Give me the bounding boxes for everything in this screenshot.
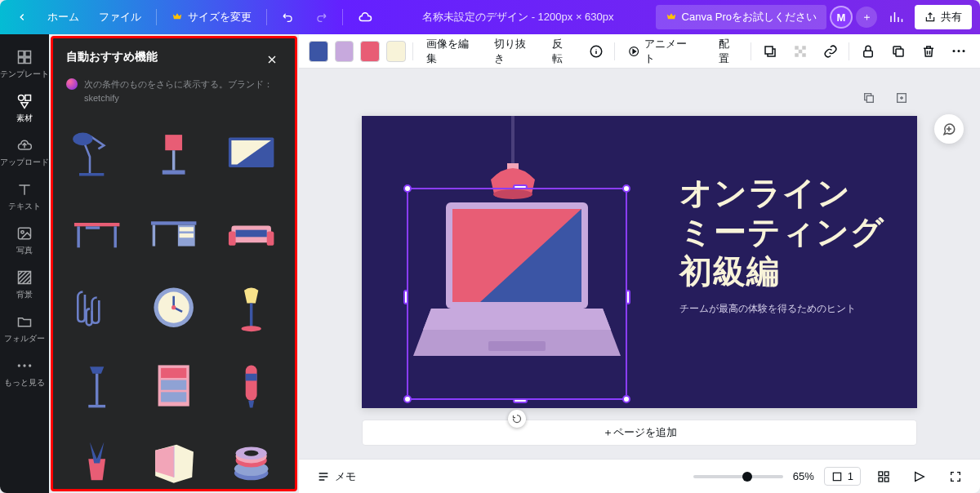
info-button[interactable]	[584, 38, 608, 64]
svg-rect-70	[833, 473, 840, 480]
svg-point-59	[952, 50, 955, 52]
svg-rect-51	[765, 47, 773, 54]
element-plant[interactable]	[61, 427, 132, 493]
zoom-slider[interactable]	[693, 475, 783, 478]
selected-element[interactable]	[407, 188, 627, 400]
user-avatar[interactable]: M	[830, 6, 853, 29]
back-button[interactable]	[8, 5, 36, 29]
rail-background[interactable]: 背景	[0, 263, 49, 305]
page-duplicate-button[interactable]	[856, 85, 882, 111]
home-button[interactable]: ホーム	[39, 5, 87, 29]
svg-rect-13	[166, 135, 183, 150]
present-button[interactable]	[906, 464, 933, 490]
canvas-text-block: オンラインミーティング初級編 チームが最高の体験を得るためのヒント	[679, 173, 884, 316]
edit-image-button[interactable]: 画像を編集	[420, 32, 481, 71]
elements-grid	[53, 111, 295, 493]
analytics-button[interactable]	[880, 5, 911, 29]
element-paperclips[interactable]	[61, 272, 132, 343]
page-count[interactable]: 1	[824, 467, 861, 486]
svg-point-10	[23, 364, 25, 366]
svg-rect-21	[151, 222, 196, 225]
svg-point-61	[962, 50, 964, 52]
svg-point-34	[242, 326, 261, 331]
animate-button[interactable]: アニメート	[621, 32, 699, 71]
layers-button[interactable]	[758, 38, 782, 64]
add-member-button[interactable]: ＋	[856, 7, 877, 28]
resize-button[interactable]: サイズを変更	[163, 5, 260, 29]
panel-title: 自動おすすめ機能	[66, 50, 158, 64]
color-swatch-1[interactable]	[309, 41, 328, 62]
side-rail: テンプレート 素材 アップロード テキスト 写真 背景 フォルダー もっと見る	[0, 34, 49, 493]
rotate-handle[interactable]	[508, 410, 526, 428]
svg-rect-58	[896, 49, 903, 56]
element-desk-2[interactable]	[139, 195, 210, 266]
brand-dot-icon	[66, 78, 78, 90]
color-swatch-4[interactable]	[386, 41, 406, 62]
try-pro-button[interactable]: Canva Proをお試しください	[656, 5, 826, 29]
svg-rect-54	[802, 46, 806, 50]
element-table-lamp[interactable]	[139, 118, 210, 189]
position-button[interactable]: 配置	[712, 32, 745, 71]
element-desk-1[interactable]	[61, 195, 132, 266]
grid-view-button[interactable]	[871, 464, 897, 490]
svg-rect-38	[161, 368, 186, 378]
svg-point-60	[957, 50, 960, 52]
rail-elements[interactable]: 素材	[0, 87, 49, 129]
transparency-button[interactable]	[788, 38, 812, 64]
share-button[interactable]: 共有	[915, 5, 972, 29]
design-canvas[interactable]: オンラインミーティング初級編 チームが最高の体験を得るためのヒント	[362, 116, 917, 408]
link-button[interactable]	[818, 38, 842, 64]
comment-button[interactable]	[934, 114, 964, 144]
element-desk-lamp[interactable]	[61, 118, 132, 189]
svg-point-9	[18, 364, 20, 366]
rail-templates[interactable]: テンプレート	[0, 42, 49, 85]
element-marker[interactable]	[216, 349, 287, 420]
element-book[interactable]	[139, 427, 210, 493]
svg-rect-57	[863, 51, 872, 57]
add-page-button[interactable]: ＋ページを追加	[362, 420, 917, 446]
redo-button[interactable]	[306, 5, 336, 29]
svg-rect-1	[25, 51, 31, 56]
rail-more[interactable]: もっと見る	[0, 351, 49, 393]
svg-rect-42	[246, 373, 257, 380]
element-floor-lamp-1[interactable]	[216, 272, 287, 343]
element-drawers[interactable]	[139, 349, 210, 420]
bottom-bar: メモ 65% 1	[299, 459, 980, 493]
color-swatch-3[interactable]	[360, 41, 380, 62]
undo-button[interactable]	[274, 5, 303, 29]
rail-upload[interactable]: アップロード	[0, 131, 49, 173]
svg-rect-62	[866, 95, 873, 102]
more-options-button[interactable]	[947, 38, 970, 64]
element-sofa[interactable]	[216, 195, 287, 266]
zoom-value[interactable]: 65%	[793, 470, 814, 482]
flip-button[interactable]: 反転	[546, 32, 578, 71]
panel-close-button[interactable]	[262, 50, 282, 73]
element-tape-rolls[interactable]	[216, 427, 287, 493]
svg-rect-19	[114, 227, 116, 248]
notes-button[interactable]: メモ	[310, 464, 363, 489]
document-name[interactable]: 名称未設定のデザイン - 1200px × 630px	[384, 10, 653, 24]
context-toolbar: 画像を編集 切り抜き 反転 アニメート 配置	[299, 34, 980, 69]
file-menu[interactable]: ファイル	[91, 5, 149, 29]
svg-rect-56	[802, 53, 806, 57]
element-floor-lamp-2[interactable]	[61, 349, 132, 420]
svg-rect-29	[236, 230, 267, 238]
color-swatch-2[interactable]	[335, 41, 354, 62]
svg-rect-41	[246, 365, 257, 400]
svg-rect-2	[19, 57, 24, 63]
rail-text[interactable]: テキスト	[0, 175, 49, 217]
svg-point-12	[73, 132, 92, 145]
rail-photos[interactable]: 写真	[0, 219, 49, 261]
svg-rect-40	[161, 392, 186, 402]
delete-button[interactable]	[916, 38, 940, 64]
duplicate-button[interactable]	[886, 38, 910, 64]
crown-icon	[172, 11, 183, 23]
cloud-status[interactable]	[350, 5, 381, 29]
crop-button[interactable]: 切り抜き	[488, 32, 539, 71]
fullscreen-button[interactable]	[942, 464, 969, 490]
element-clock[interactable]	[139, 272, 210, 343]
rail-folders[interactable]: フォルダー	[0, 307, 49, 349]
lock-button[interactable]	[856, 38, 880, 64]
page-add-button[interactable]	[889, 85, 915, 111]
element-monitor[interactable]	[216, 118, 287, 189]
